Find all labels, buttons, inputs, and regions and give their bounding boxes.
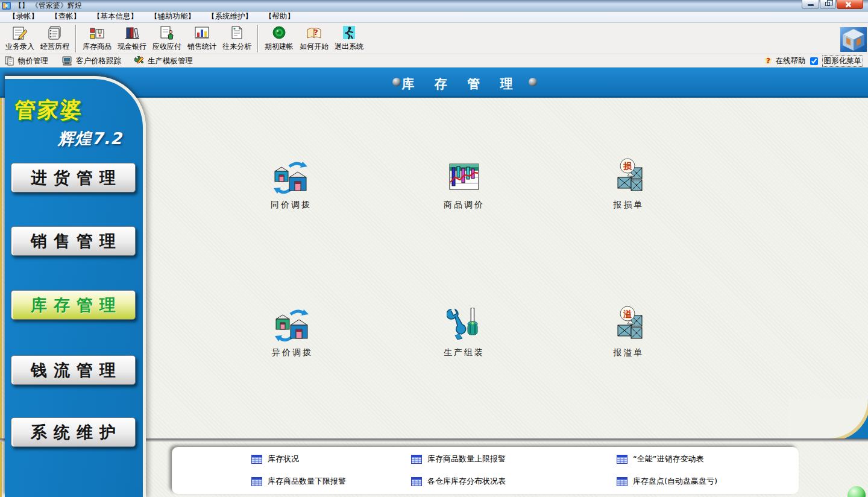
toolbar-button-contact-analysis[interactable]: 往来分析 [219, 25, 254, 52]
rounded-corner-decoration [788, 399, 868, 438]
sales-chart-icon [193, 25, 210, 41]
sidebar-item-system-maintenance[interactable]: 系统维护 [11, 417, 136, 447]
notepad-pencil-icon [11, 25, 28, 41]
report-link-stock-status[interactable]: 库存状况 [251, 454, 299, 464]
menu-bar: 【录帐】 【查帐】 【基本信息】 【辅助功能】 【系统维护】 【帮助】 [0, 11, 868, 23]
receivable-payable-icon [159, 25, 175, 41]
menu-query[interactable]: 【查帐】 [45, 11, 87, 23]
toolbar-button-exit-system[interactable]: 退出系统 [332, 25, 366, 52]
function-loss-report[interactable]: 损 报损单 [587, 157, 671, 211]
page-title: 库 存 管 理 [402, 75, 521, 92]
function-overflow-report[interactable]: 溢 报溢单 [587, 305, 671, 358]
sphere-icon [392, 78, 401, 86]
toolbar-separator [257, 25, 259, 52]
report-panel: 库存状况 库存商品数量上限报警 “全能”进销存变动表 [172, 447, 799, 494]
menu-record[interactable]: 【录帐】 [2, 11, 45, 23]
report-link-allpower-change-table[interactable]: “全能”进销存变动表 [617, 454, 703, 464]
table-icon [617, 455, 627, 464]
app-area: 库 存 管 理 [0, 68, 868, 497]
pages-icon [5, 56, 15, 66]
svg-text:损: 损 [623, 161, 632, 171]
toolbar2-right-group: ? 在线帮助 图形化菜单 [764, 55, 864, 67]
toolbar-button-customer-price-tracking[interactable]: 客户价格跟踪 [61, 56, 121, 66]
toolbar-button-init-account[interactable]: 期初建帐 [262, 25, 297, 52]
svg-text:?: ? [766, 57, 770, 65]
menu-aux-功能[interactable]: 【辅助功能】 [144, 11, 201, 23]
toolbar-button-production-template[interactable]: 生产模板管理 [134, 56, 193, 66]
green-sphere-icon [848, 486, 866, 497]
question-help-icon: ? [764, 56, 773, 66]
title-bar: 【】 《管家婆》辉煌 [0, 0, 868, 11]
tools-pencil-icon [134, 56, 145, 66]
toolbar-button-price-management[interactable]: 物价管理 [5, 56, 48, 66]
toolbar-button-sales-stats[interactable]: 销售统计 [184, 25, 219, 52]
brand-logo-version: 辉煌7.2 [58, 128, 143, 150]
window-controls [802, 0, 863, 9]
menu-system-maintain[interactable]: 【系统维护】 [201, 11, 259, 23]
price-chart-icon [447, 159, 482, 195]
sidebar-item-purchase-management[interactable]: 进货管理 [11, 163, 136, 192]
toolbar-button-history[interactable]: 经营历程 [37, 25, 72, 52]
loss-boxes-icon: 损 [611, 157, 647, 195]
sidebar-item-inventory-management[interactable]: 库存管理 [11, 290, 136, 320]
report-link-lower-limit-alarm[interactable]: 库存商品数量下限报警 [251, 476, 346, 487]
init-account-icon [271, 25, 288, 41]
graphic-menu-checkbox[interactable] [810, 57, 818, 65]
minimize-icon [808, 4, 814, 6]
cash-bank-icon [124, 25, 140, 41]
sidebar-item-cashflow-management[interactable]: 钱流管理 [11, 355, 136, 385]
sidebar-item-sales-management[interactable]: 销售管理 [11, 226, 136, 256]
menu-basic-info[interactable]: 【基本信息】 [87, 11, 144, 23]
restore-button[interactable] [820, 0, 836, 9]
brand-logo-name: 管家婆 [13, 96, 143, 124]
overflow-boxes-icon: 溢 [611, 305, 647, 343]
toolbar-button-receivable-payable[interactable]: 应收应付 [149, 25, 184, 52]
sidebar: 管家婆 辉煌7.2 进货管理 销售管理 库存管理 钱流管理 系统维护 [5, 76, 146, 497]
toolbar-button-cash-bank[interactable]: 现金银行 [115, 25, 149, 52]
toolbar-button-stock-goods[interactable]: 库存商品 [80, 25, 115, 52]
table-icon [411, 455, 422, 464]
table-icon [411, 477, 422, 486]
main-toolbar: 业务录入 经营历程 库存商品 现金银行 [0, 23, 868, 54]
warehouse-transfer-same-icon [272, 159, 310, 195]
brand-logo: 管家婆 辉煌7.2 [5, 79, 143, 150]
function-goods-price-adjust[interactable]: 商品调价 [422, 159, 506, 211]
assembly-tools-icon [447, 307, 482, 343]
restore-icon [825, 2, 830, 6]
table-icon [617, 477, 627, 486]
ledger-icon [46, 25, 63, 41]
monitor-icon [61, 56, 73, 66]
secondary-toolbar: 物价管理 客户价格跟踪 生产模板管理 ? 在线帮助 图形化菜单 [0, 55, 868, 68]
toolbar-button-how-to-start[interactable]: ? 如何开始 [297, 25, 332, 52]
stock-boxes-icon [89, 25, 105, 41]
online-help-button[interactable]: ? 在线帮助 [764, 56, 806, 66]
svg-text:?: ? [313, 28, 318, 37]
window-title: 【】 《管家婆》辉煌 [14, 1, 82, 11]
function-same-price-transfer[interactable]: 同价调拨 [249, 159, 333, 211]
cube-logo-icon [840, 27, 867, 52]
function-diff-price-transfer[interactable]: 异价调拨 [250, 307, 335, 358]
svg-text:溢: 溢 [623, 309, 632, 318]
report-link-stocktaking[interactable]: 库存盘点(自动盘赢盘亏) [617, 476, 717, 487]
minimize-button[interactable] [802, 0, 819, 9]
table-icon [251, 455, 262, 464]
function-production-assembly[interactable]: 生产组装 [422, 307, 506, 358]
report-link-upper-limit-alarm[interactable]: 库存商品数量上限报警 [411, 454, 506, 464]
menu-help[interactable]: 【帮助】 [259, 11, 301, 23]
toolbar-button-business-entry[interactable]: 业务录入 [2, 25, 37, 52]
report-link-warehouse-distribution[interactable]: 各仓库库存分布状况表 [411, 476, 506, 487]
warehouse-transfer-diff-icon [274, 307, 311, 343]
app-icon [2, 1, 11, 10]
close-button[interactable] [837, 0, 863, 9]
table-icon [251, 477, 262, 486]
howto-book-icon: ? [306, 25, 322, 41]
sphere-icon [529, 78, 537, 86]
analysis-doc-icon [228, 25, 245, 41]
exit-running-icon [341, 25, 357, 41]
toolbar-separator [75, 25, 77, 52]
graphic-menu-label[interactable]: 图形化菜单 [822, 55, 864, 67]
